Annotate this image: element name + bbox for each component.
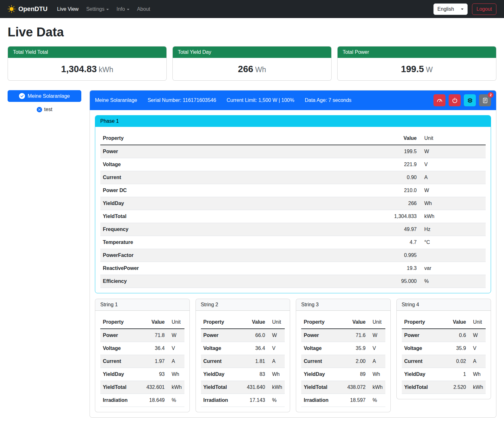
table-row: Current 0.02 A [402,355,486,368]
string-card-body: Property Value Unit Power [95,311,190,412]
phase-card-title: Phase 1 [95,115,491,127]
summary-unit: W [426,65,433,74]
property-unit: kWh [268,381,285,394]
property-value: 36.4 [138,342,167,355]
property-name: Voltage [100,158,384,171]
device-info-button[interactable] [464,94,476,106]
property-unit: % [419,275,486,288]
property-value: 19.3 [384,262,419,275]
table-row: YieldTotal 432.601 kWh [100,381,184,394]
property-name: Voltage [301,342,339,355]
page-title: Live Data [8,25,496,39]
brand[interactable]: OpenDTU [8,5,47,13]
page-container: Live Data Total Yield Total 1,304.83kWh … [0,18,504,425]
inverter-card: Meine Solaranlage Serial Number: 1161716… [90,90,496,418]
property-name: Irradiation [301,394,339,407]
property-unit: V [167,342,184,355]
property-unit: Wh [419,197,486,210]
inverter-actions: 2 [433,94,491,106]
nav-links: Live View Settings Info About [53,4,154,15]
property-name: ReactivePower [100,262,384,275]
summary-card-body: 1,304.83kWh [8,58,166,80]
property-unit: W [469,329,486,342]
content-row: Meine Solaranlage test Meine Solaranlage… [8,90,496,418]
limit-settings-button[interactable] [433,94,445,106]
col-header-value: Value [238,316,268,329]
event-log-button[interactable]: 2 [479,94,491,106]
table-row: Current 2.00 A [301,355,385,368]
property-value: 1,304.833 [384,210,419,223]
property-name: Voltage [402,342,443,355]
inverter-selector-active[interactable]: Meine Solaranlage [8,90,81,102]
property-unit: Wh [268,368,285,381]
table-row: YieldDay 83 Wh [201,368,285,381]
power-control-button[interactable] [449,94,461,106]
table-row: Power 199.5 W [100,145,486,158]
property-value: 2.520 [443,381,469,394]
property-value: 210.0 [384,184,419,197]
property-value: 18.649 [138,394,167,407]
property-value: 89 [339,368,368,381]
property-unit [419,249,486,262]
string-card-4: String 4 Property Value Unit [396,299,491,399]
event-count-badge: 2 [488,92,494,98]
string-card-body: Property Value Unit Power [296,311,390,412]
summary-card-total-power: Total Power 199.5W [337,46,496,81]
summary-card-total-yield-day: Total Yield Day 266Wh [172,46,332,81]
property-value: 0.6 [443,329,469,342]
string-card-title: String 2 [196,299,290,311]
logout-button[interactable]: Logout [472,3,496,15]
table-row: YieldTotal 431.640 kWh [201,381,285,394]
property-name: YieldTotal [301,381,339,394]
property-name: YieldDay [100,197,384,210]
inverter-selector-test[interactable]: test [8,107,81,112]
journal-icon [482,97,488,103]
table-row: Efficiency 95.000 % [100,275,486,288]
nav-item-settings[interactable]: Settings [82,4,113,15]
nav-item-live-view[interactable]: Live View [53,4,82,15]
property-unit: kWh [167,381,184,394]
property-value: 36.4 [238,342,268,355]
property-unit: W [419,145,486,158]
property-value: 438.072 [339,381,368,394]
property-name: Power DC [100,184,384,197]
table-header-row: Property Value Unit [100,316,184,329]
property-value: 66.0 [238,329,268,342]
property-value: 49.97 [384,223,419,236]
inverter-limit: Current Limit: 1,500 W | 100% [227,97,294,103]
navbar-right: English Logout [433,3,496,15]
nav-item-label: Live View [57,6,78,12]
chevron-down-icon [106,9,109,10]
property-value: 199.5 [384,145,419,158]
col-header-value: Value [443,316,469,329]
property-unit: A [419,171,486,184]
property-name: Efficiency [100,275,384,288]
table-row: Current 0.90 A [100,171,486,184]
nav-item-info[interactable]: Info [113,4,133,15]
string-table: Property Value Unit Power [402,316,486,394]
string-table: Property Value Unit Power [201,316,285,407]
table-row: YieldDay 266 Wh [100,197,486,210]
property-value: 35.9 [443,342,469,355]
property-unit: V [368,342,385,355]
table-row: Voltage 35.9 V [301,342,385,355]
property-unit: A [368,355,385,368]
col-header-property: Property [301,316,339,329]
property-name: Power [301,329,339,342]
table-row: YieldDay 93 Wh [100,368,184,381]
table-row: Power 71.8 W [100,329,184,342]
col-header-unit: Unit [167,316,184,329]
string-card-title: String 3 [296,299,390,311]
table-row: ReactivePower 19.3 var [100,262,486,275]
table-row: Voltage 35.9 V [402,342,486,355]
table-header-row: Property Value Unit [201,316,285,329]
top-navbar: OpenDTU Live View Settings Info About En… [0,0,504,18]
property-value: 0.90 [384,171,419,184]
language-select[interactable]: English [433,3,468,15]
inverter-name: Meine Solaranlage [95,97,137,103]
string-table: Property Value Unit Power [301,316,385,407]
x-circle-icon [37,107,42,112]
col-header-value: Value [138,316,167,329]
col-header-unit: Unit [419,132,486,145]
nav-item-about[interactable]: About [133,4,154,15]
